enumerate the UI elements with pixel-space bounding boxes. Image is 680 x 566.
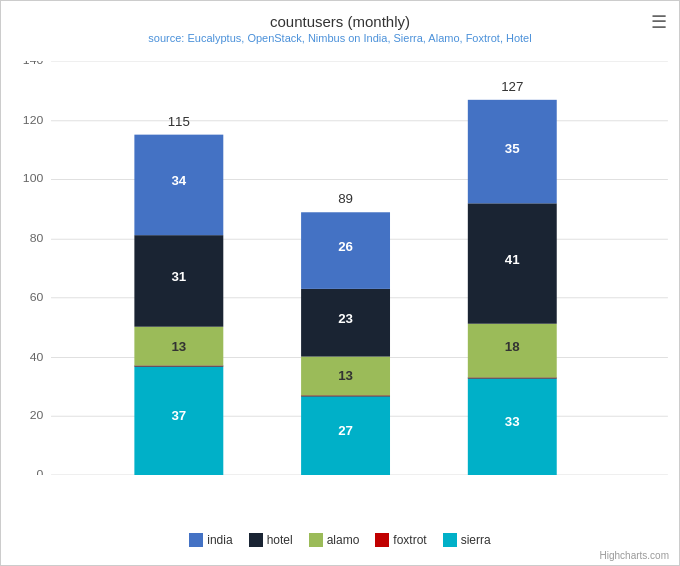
svg-text:40: 40 — [30, 350, 44, 362]
svg-text:127: 127 — [501, 80, 523, 93]
svg-text:89: 89 — [338, 193, 353, 206]
menu-icon[interactable]: ☰ — [651, 11, 667, 33]
highcharts-credit: Highcharts.com — [600, 550, 669, 561]
legend-foxtrot: foxtrot — [375, 533, 426, 547]
svg-text:34: 34 — [171, 175, 186, 188]
legend-label-foxtrot: foxtrot — [393, 533, 426, 547]
legend-sierra: sierra — [443, 533, 491, 547]
svg-text:140: 140 — [23, 61, 43, 66]
svg-text:120: 120 — [23, 113, 43, 125]
svg-text:27: 27 — [338, 425, 353, 438]
svg-text:18: 18 — [505, 340, 520, 353]
legend-label-alamo: alamo — [327, 533, 360, 547]
chart-title: countusers (monthly) — [1, 1, 679, 30]
svg-text:41: 41 — [505, 254, 520, 267]
svg-text:33: 33 — [505, 416, 520, 429]
aug-foxtrot — [301, 395, 390, 396]
svg-text:37: 37 — [171, 410, 186, 423]
legend-label-sierra: sierra — [461, 533, 491, 547]
svg-text:26: 26 — [338, 241, 353, 254]
legend-color-alamo — [309, 533, 323, 547]
svg-text:20: 20 — [30, 409, 44, 421]
chart-inner: 0 20 40 60 80 100 120 140 37 0 — [1, 61, 679, 475]
legend-hotel: hotel — [249, 533, 293, 547]
svg-text:13: 13 — [171, 340, 186, 353]
chart-container: countusers (monthly) source: Eucalyptus,… — [0, 0, 680, 566]
svg-text:35: 35 — [505, 142, 520, 155]
legend-color-india — [189, 533, 203, 547]
chart-svg: 0 20 40 60 80 100 120 140 37 0 — [1, 61, 679, 475]
svg-text:80: 80 — [30, 232, 44, 244]
legend: india hotel alamo foxtrot sierra — [1, 533, 679, 547]
legend-label-india: india — [207, 533, 232, 547]
chart-subtitle: source: Eucalyptus, OpenStack, Nimbus on… — [1, 32, 679, 44]
legend-label-hotel: hotel — [267, 533, 293, 547]
svg-text:31: 31 — [171, 271, 186, 284]
svg-text:23: 23 — [338, 312, 353, 325]
legend-color-sierra — [443, 533, 457, 547]
sep-foxtrot — [468, 377, 557, 378]
legend-india: india — [189, 533, 232, 547]
svg-text:115: 115 — [168, 115, 190, 128]
legend-alamo: alamo — [309, 533, 360, 547]
svg-text:13: 13 — [338, 370, 353, 383]
svg-text:100: 100 — [23, 172, 43, 184]
svg-text:60: 60 — [30, 290, 44, 302]
svg-text:0: 0 — [36, 468, 43, 475]
legend-color-foxtrot — [375, 533, 389, 547]
legend-color-hotel — [249, 533, 263, 547]
